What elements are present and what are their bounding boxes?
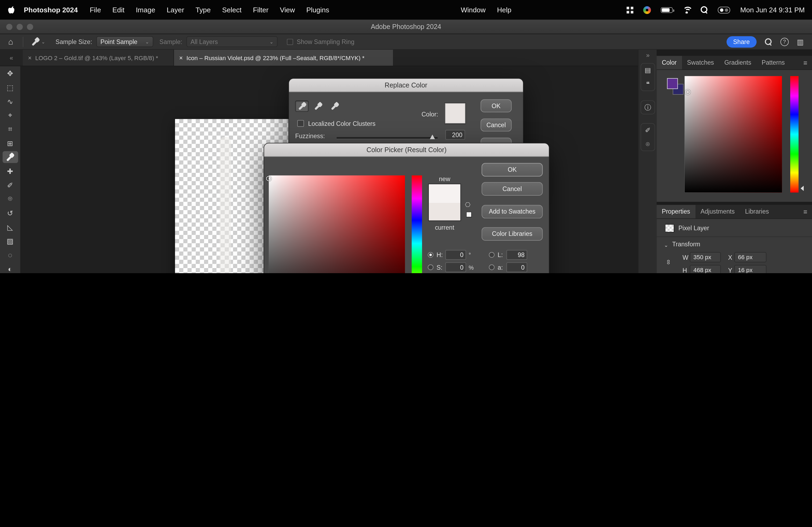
current-color-swatch[interactable] (429, 203, 461, 221)
spotlight-icon[interactable] (701, 6, 708, 13)
marquee-tool[interactable]: ⬚ (0, 80, 20, 94)
ok-button[interactable]: OK (482, 163, 543, 176)
subtract-sample-eyedropper-button[interactable]: − (328, 100, 341, 111)
tab-patterns[interactable]: Patterns (756, 56, 790, 69)
crop-tool[interactable]: ⌗ (0, 122, 20, 136)
y-field[interactable]: 16 px (735, 265, 767, 273)
add-sample-eyedropper-button[interactable]: + (311, 100, 325, 111)
gamut-cube-icon[interactable]: ⎔ (465, 201, 470, 209)
panel-menu-icon[interactable]: ≡ (803, 205, 812, 219)
tab-properties[interactable]: Properties (656, 205, 695, 219)
ok-button[interactable]: OK (481, 99, 512, 112)
expand-panels-icon[interactable]: » (639, 52, 657, 59)
menu-select[interactable]: Select (216, 6, 247, 14)
eyedropper-tool[interactable] (0, 150, 20, 164)
fuzziness-slider-track[interactable] (337, 137, 438, 139)
web-safe-warning-icon[interactable] (466, 212, 472, 217)
wifi-icon[interactable] (683, 6, 691, 13)
gradient-tool[interactable]: ▨ (0, 234, 20, 248)
color-marker[interactable] (266, 176, 271, 181)
add-to-swatches-button[interactable]: Add to Swatches (482, 205, 543, 219)
history-brush-tool[interactable]: ↺ (0, 206, 20, 220)
menu-extra-swirl-icon[interactable] (643, 6, 651, 14)
close-icon[interactable]: × (28, 54, 32, 61)
close-icon[interactable]: × (179, 54, 183, 61)
link-dimensions-icon[interactable]: ∞ (665, 260, 673, 265)
menu-filter[interactable]: Filter (247, 6, 274, 14)
hue-radio[interactable] (428, 252, 433, 258)
move-tool[interactable]: ✥ (0, 66, 20, 80)
brush-tool[interactable]: ✐ (0, 178, 20, 192)
comments-panel-icon[interactable]: ❝ (646, 80, 650, 88)
x-field[interactable]: 66 px (735, 252, 767, 262)
hue-slider[interactable] (412, 176, 422, 273)
color-panel-saturation-field[interactable] (685, 76, 782, 192)
menu-view[interactable]: View (274, 6, 301, 14)
help-icon[interactable]: ? (780, 37, 789, 46)
brush-settings-panel-icon[interactable]: ✐ (645, 126, 651, 134)
tab-adjustments[interactable]: Adjustments (695, 205, 740, 219)
height-field[interactable]: 468 px (690, 265, 721, 273)
sample-eyedropper-button[interactable] (295, 100, 308, 111)
chevron-down-icon[interactable]: ⌄ (664, 242, 668, 248)
menu-edit[interactable]: Edit (106, 6, 130, 14)
control-center-icon[interactable] (718, 6, 730, 13)
tab-color[interactable]: Color (656, 56, 682, 69)
fuzziness-slider-handle[interactable] (430, 134, 435, 139)
menu-window[interactable]: Window (455, 6, 491, 14)
panel-menu-icon[interactable]: ≡ (803, 56, 812, 69)
workspace-icon[interactable]: ▥ (797, 37, 804, 46)
foreground-color-chip[interactable] (667, 78, 678, 89)
fuzziness-value-field[interactable]: 200 (446, 130, 465, 140)
menu-image[interactable]: Image (130, 6, 161, 14)
tab-gradients[interactable]: Gradients (719, 56, 756, 69)
zoom-window-button[interactable] (27, 24, 33, 30)
color-marker[interactable] (685, 90, 690, 95)
toolbar-collapse-icon[interactable]: « (0, 50, 23, 66)
sample-dropdown[interactable]: All Layers ⌄ (186, 36, 277, 47)
cancel-button[interactable]: Cancel (481, 119, 512, 132)
saturation-radio[interactable] (428, 264, 433, 270)
menu-extra-grid-icon[interactable] (627, 6, 634, 13)
hue-slider-handle[interactable] (801, 186, 804, 191)
search-icon[interactable] (765, 38, 772, 45)
color-picker-title-bar[interactable]: Color Picker (Result Color) (264, 143, 549, 157)
blur-tool[interactable]: ◌ (0, 248, 20, 262)
menu-clock[interactable]: Mon Jun 24 9:31 PM (740, 6, 805, 14)
tool-preset-button[interactable]: ⌄ (27, 37, 49, 47)
color-libraries-button[interactable]: Color Libraries (482, 227, 543, 241)
battery-icon[interactable] (661, 7, 673, 13)
menu-file[interactable]: File (84, 6, 106, 14)
menu-type[interactable]: Type (190, 6, 216, 14)
menu-help[interactable]: Help (491, 6, 517, 14)
minimize-window-button[interactable] (17, 24, 23, 30)
lightness-radio[interactable] (489, 252, 495, 258)
replace-color-title-bar[interactable]: Replace Color (289, 79, 523, 92)
healing-brush-tool[interactable]: ✚ (0, 164, 20, 178)
hue-field[interactable]: 0 (446, 250, 466, 260)
home-icon[interactable]: ⌂ (0, 37, 18, 46)
tab-swatches[interactable]: Swatches (682, 56, 719, 69)
dodge-tool[interactable]: ◐ (0, 262, 20, 273)
clone-stamp-tool[interactable]: ⌾ (0, 192, 20, 206)
sample-size-dropdown[interactable]: Point Sample ⌄ (97, 36, 153, 47)
share-button[interactable]: Share (726, 36, 756, 47)
cancel-button[interactable]: Cancel (482, 182, 543, 196)
lasso-tool[interactable]: ∿ (0, 94, 20, 108)
eraser-tool[interactable]: ◺ (0, 220, 20, 234)
document-tab-gold[interactable]: × LOGO 2 – Gold.tif @ 143% (Layer 5, RGB… (23, 50, 174, 66)
frame-tool[interactable]: ⊞ (0, 136, 20, 150)
clone-source-panel-icon[interactable]: ⌾ (646, 140, 650, 148)
close-window-button[interactable] (6, 24, 12, 30)
localized-color-clusters-checkbox[interactable] (297, 120, 304, 127)
info-panel-icon[interactable]: ⓘ (644, 104, 651, 111)
a-field[interactable]: 0 (506, 262, 527, 272)
replace-color-swatch[interactable] (445, 103, 466, 124)
document-tab-russian-violet[interactable]: × Icon – Russian Violet.psd @ 223% (Full… (174, 50, 394, 66)
show-sampling-ring-checkbox[interactable] (287, 39, 293, 45)
saturation-brightness-field[interactable] (269, 176, 405, 273)
tab-libraries[interactable]: Libraries (740, 205, 774, 219)
menu-plugins[interactable]: Plugins (301, 6, 335, 14)
menu-app-name[interactable]: Photoshop 2024 (18, 6, 84, 14)
width-field[interactable]: 350 px (690, 252, 721, 262)
